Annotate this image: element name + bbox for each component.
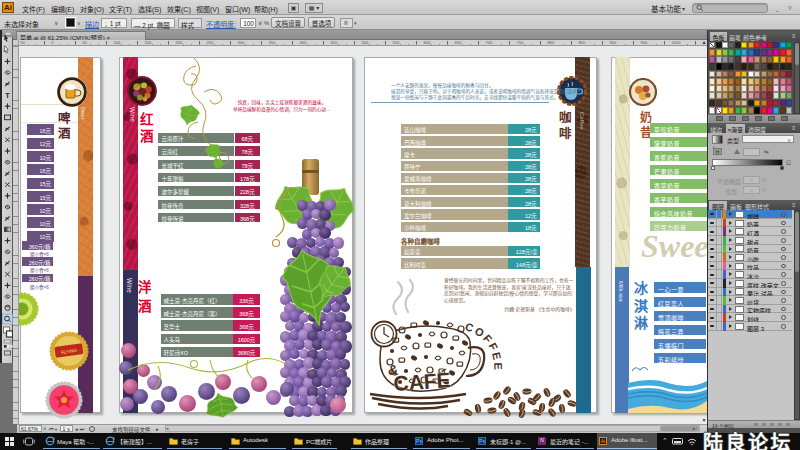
svg-text:T: T bbox=[5, 91, 10, 100]
svg-text:CAFÉ: CAFÉ bbox=[393, 368, 452, 395]
svg-text:&: & bbox=[388, 362, 398, 378]
